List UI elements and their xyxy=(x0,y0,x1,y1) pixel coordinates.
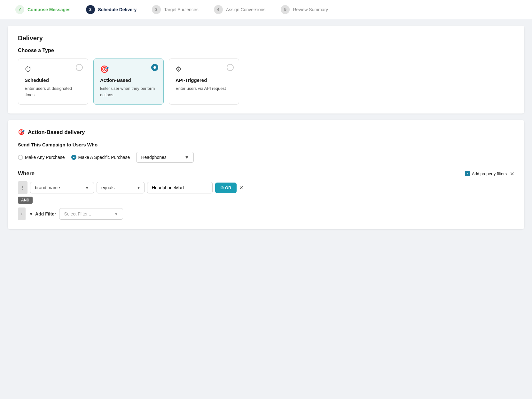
operator-dropdown-arrow-icon: ▾ xyxy=(137,185,140,190)
type-card-scheduled[interactable]: ⏱ Scheduled Enter users at designated ti… xyxy=(18,59,88,105)
nav-step-schedule[interactable]: 2 Schedule Delivery xyxy=(78,0,145,19)
type-card-api-triggered[interactable]: ⚙ API-Triggered Enter users via API requ… xyxy=(169,59,239,105)
radio-specific-purchase[interactable] xyxy=(71,155,76,160)
add-filter-row: + ▼ Add Filter Select Filter... ▼ xyxy=(18,207,514,220)
purchase-options: Make Any Purchase Make A Specific Purcha… xyxy=(18,152,514,163)
step-badge-target: 3 xyxy=(152,5,161,14)
step-label-compose: Compose Messages xyxy=(27,7,71,12)
action-based-desc: Enter user when they perform actions xyxy=(100,85,157,98)
action-based-header-title: Action-Based delivery xyxy=(28,129,85,136)
step-label-assign: Assign Conversions xyxy=(226,7,266,12)
radio-any-purchase[interactable] xyxy=(18,155,23,160)
remove-filter-1-icon[interactable]: ✕ xyxy=(239,185,243,191)
choose-type-label: Choose a Type xyxy=(18,48,514,53)
type-cards-container: ⏱ Scheduled Enter users at designated ti… xyxy=(18,59,514,105)
delivery-title: Delivery xyxy=(18,35,514,42)
product-dropdown-arrow-icon: ▼ xyxy=(185,155,189,160)
make-specific-purchase-option[interactable]: Make A Specific Purchase xyxy=(71,155,130,160)
where-title: Where xyxy=(18,170,35,177)
check-icon: ✓ xyxy=(18,7,22,12)
step-number-schedule: 2 xyxy=(89,7,91,12)
add-filter-plus-btn[interactable]: + xyxy=(18,207,26,220)
step-badge-schedule: 2 xyxy=(86,5,95,14)
filter-value-input[interactable] xyxy=(147,182,213,193)
operator-select-equals[interactable]: equals ▾ xyxy=(97,182,145,193)
specific-purchase-label: Make A Specific Purchase xyxy=(78,155,130,160)
add-property-filters-checkbox[interactable] xyxy=(465,171,470,176)
or-label: OR xyxy=(225,185,231,190)
action-based-name: Action-Based xyxy=(100,77,157,83)
step-label-review: Review Summary xyxy=(293,7,328,12)
type-card-action-based[interactable]: 🎯 Action-Based Enter user when they perf… xyxy=(93,59,164,105)
scheduled-name: Scheduled xyxy=(25,77,82,83)
step-label-schedule: Schedule Delivery xyxy=(98,7,137,12)
main-content: Delivery Choose a Type ⏱ Scheduled Enter… xyxy=(0,19,532,236)
nav-step-target[interactable]: 3 Target Audiences xyxy=(144,0,206,19)
step-number-target: 3 xyxy=(155,7,158,12)
add-property-filters-container: Add property filters ✕ xyxy=(465,171,514,177)
api-triggered-icon: ⚙ xyxy=(176,65,232,74)
make-any-purchase-option[interactable]: Make Any Purchase xyxy=(18,155,65,160)
add-filter-text: Add Filter xyxy=(35,211,56,216)
scheduled-icon: ⏱ xyxy=(25,65,82,74)
step-badge-compose: ✓ xyxy=(15,5,24,14)
and-badge-label: AND xyxy=(18,197,33,204)
select-filter-dropdown[interactable]: Select Filter... ▼ xyxy=(59,208,123,220)
select-filter-arrow-icon: ▼ xyxy=(114,211,119,216)
select-filter-placeholder: Select Filter... xyxy=(64,211,91,216)
filter-row-1: ⋮ brand_name ▼ equals ▾ ⊕ OR ✕ xyxy=(18,181,514,194)
where-header: Where Add property filters ✕ xyxy=(18,170,514,177)
nav-step-review[interactable]: 5 Review Summary xyxy=(273,0,336,19)
or-button[interactable]: ⊕ OR xyxy=(215,183,237,193)
step-label-target: Target Audiences xyxy=(164,7,198,12)
field-select-brand-name[interactable]: brand_name ▼ xyxy=(30,182,94,193)
field-value: brand_name xyxy=(35,185,60,190)
field-dropdown-arrow-icon: ▼ xyxy=(85,185,89,190)
close-property-filters-icon[interactable]: ✕ xyxy=(510,171,514,177)
step-number-review: 5 xyxy=(284,7,286,12)
any-purchase-label: Make Any Purchase xyxy=(25,155,65,160)
nav-step-assign[interactable]: 4 Assign Conversions xyxy=(206,0,273,19)
radio-scheduled[interactable] xyxy=(76,64,83,71)
action-based-header: 🎯 Action-Based delivery xyxy=(18,129,514,136)
send-campaign-label: Send This Campaign to Users Who xyxy=(18,142,514,147)
action-based-header-icon: 🎯 xyxy=(18,129,25,136)
drag-handle-1[interactable]: ⋮ xyxy=(18,181,27,194)
operator-value: equals xyxy=(101,185,114,190)
and-badge: AND xyxy=(18,194,514,206)
step-badge-review: 5 xyxy=(281,5,290,14)
top-navigation: ✓ Compose Messages 2 Schedule Delivery 3… xyxy=(0,0,532,19)
api-triggered-desc: Enter users via API request xyxy=(176,85,232,92)
or-plus-icon: ⊕ xyxy=(220,185,224,190)
step-number-assign: 4 xyxy=(217,7,219,12)
action-based-icon: 🎯 xyxy=(100,65,157,74)
product-dropdown[interactable]: Headphones ▼ xyxy=(136,152,194,163)
scheduled-desc: Enter users at designated times xyxy=(25,85,82,98)
step-badge-assign: 4 xyxy=(214,5,223,14)
radio-api-triggered[interactable] xyxy=(227,64,234,71)
add-property-filters-label: Add property filters xyxy=(472,171,507,176)
radio-action-based[interactable] xyxy=(151,64,158,71)
filter-funnel-icon: ▼ xyxy=(29,211,33,216)
action-based-delivery-card: 🎯 Action-Based delivery Send This Campai… xyxy=(8,120,524,229)
nav-step-compose[interactable]: ✓ Compose Messages xyxy=(8,0,78,19)
add-filter-label: ▼ Add Filter xyxy=(29,211,56,216)
api-triggered-name: API-Triggered xyxy=(176,77,232,83)
delivery-card: Delivery Choose a Type ⏱ Scheduled Enter… xyxy=(8,26,524,113)
product-name: Headphones xyxy=(141,155,166,160)
